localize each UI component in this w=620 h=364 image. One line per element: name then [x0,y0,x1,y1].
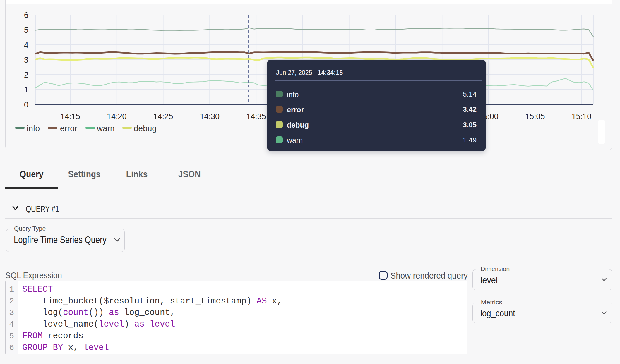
svg-text:14:25: 14:25 [153,112,173,121]
svg-text:14:30: 14:30 [200,112,220,121]
svg-text:5: 5 [24,26,28,35]
svg-text:14:15: 14:15 [60,112,80,121]
svg-text:3: 3 [24,56,28,64]
svg-text:4: 4 [24,41,28,49]
svg-text:6: 6 [24,11,28,20]
svg-text:14:35: 14:35 [246,112,266,121]
svg-text:15:05: 15:05 [525,112,545,121]
svg-text:2: 2 [24,71,28,79]
svg-text:15:10: 15:10 [572,112,592,121]
svg-text:1: 1 [24,85,28,94]
svg-text:0: 0 [24,100,28,109]
svg-text:14:20: 14:20 [107,112,127,121]
